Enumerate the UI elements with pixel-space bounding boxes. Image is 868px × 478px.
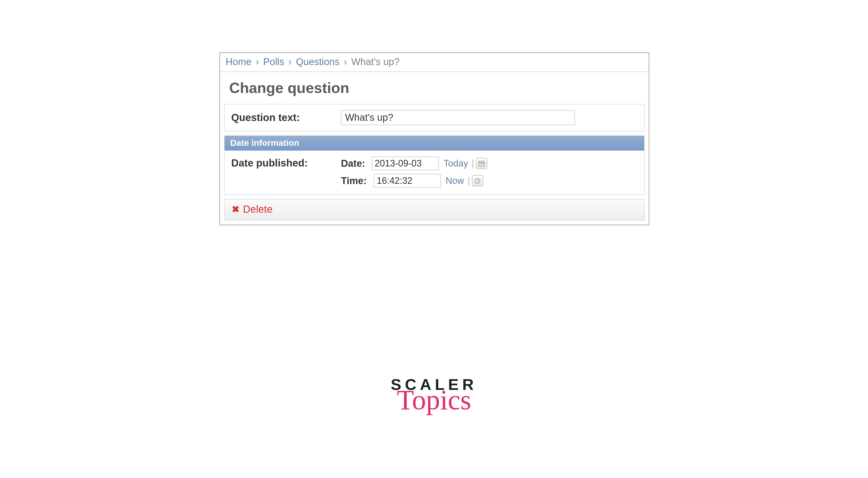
question-text-module: Question text: (224, 104, 645, 131)
date-input[interactable] (372, 156, 439, 170)
separator: | (472, 158, 474, 169)
svg-line-7 (477, 181, 478, 181)
breadcrumb: Home › Polls › Questions › What's up? (220, 53, 649, 72)
admin-panel: Home › Polls › Questions › What's up? Ch… (219, 52, 649, 225)
breadcrumb-separator: › (254, 56, 260, 67)
question-text-label: Question text: (231, 112, 341, 123)
breadcrumb-questions-link[interactable]: Questions (296, 56, 339, 67)
brand-watermark: SCALER Topics (391, 375, 477, 414)
breadcrumb-polls-link[interactable]: Polls (263, 56, 284, 67)
breadcrumb-home-link[interactable]: Home (226, 56, 251, 67)
breadcrumb-separator: › (342, 56, 349, 67)
svg-rect-3 (482, 163, 482, 164)
page-title: Change question (229, 79, 640, 96)
today-link[interactable]: Today (443, 158, 468, 169)
now-link[interactable]: Now (445, 175, 464, 186)
date-sublabel: Date: (341, 158, 369, 169)
date-information-module: Date information Date published: Date: T… (224, 135, 645, 195)
breadcrumb-current: What's up? (351, 56, 399, 67)
date-published-label: Date published: (231, 156, 341, 188)
submit-row: ✖ Delete (224, 199, 645, 220)
time-sublabel: Time: (341, 175, 371, 186)
clock-icon[interactable] (472, 175, 483, 186)
breadcrumb-separator: › (287, 56, 293, 67)
separator: | (468, 175, 470, 186)
fieldset-title: Date information (225, 136, 644, 151)
delete-button[interactable]: ✖ Delete (232, 204, 273, 215)
time-input[interactable] (374, 174, 441, 188)
delete-label: Delete (243, 204, 273, 215)
question-text-input[interactable] (341, 110, 575, 125)
calendar-icon[interactable] (476, 158, 487, 169)
svg-rect-2 (480, 163, 481, 164)
brand-bottom-text: Topics (391, 386, 477, 414)
delete-icon: ✖ (232, 205, 239, 214)
svg-rect-4 (483, 163, 484, 164)
